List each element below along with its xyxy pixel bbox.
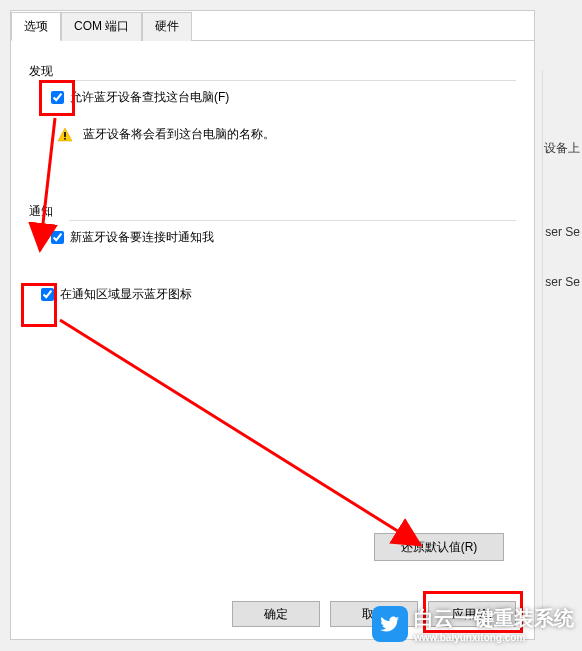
checkbox-show-tray[interactable] <box>41 288 54 301</box>
warning-icon <box>57 127 73 143</box>
label-show-tray: 在通知区域显示蓝牙图标 <box>60 286 192 303</box>
bg-text-1: 设备上 <box>544 140 580 157</box>
group-notification-title: 通知 <box>29 203 516 220</box>
checkbox-notify-connect[interactable] <box>51 231 64 244</box>
watermark-logo-icon <box>372 606 408 642</box>
label-notify-connect: 新蓝牙设备要连接时通知我 <box>70 229 214 246</box>
row-notify-connect: 新蓝牙设备要连接时通知我 <box>51 229 516 246</box>
bluetooth-settings-dialog: 选项 COM 端口 硬件 发现 允许蓝牙设备查找这台电脑(F) 蓝牙设备将会看到… <box>10 10 535 640</box>
bg-text-3: ser Se <box>545 275 580 289</box>
tab-bar: 选项 COM 端口 硬件 <box>11 11 534 41</box>
row-warning: 蓝牙设备将会看到这台电脑的名称。 <box>57 126 516 143</box>
label-allow-find: 允许蓝牙设备查找这台电脑(F) <box>70 89 229 106</box>
watermark-title: 白云一键重装系统 <box>414 607 574 629</box>
watermark-url: www.baiyunxitong.com <box>414 632 574 643</box>
tab-content: 发现 允许蓝牙设备查找这台电脑(F) 蓝牙设备将会看到这台电脑的名称。 通知 新… <box>11 41 534 581</box>
restore-defaults-button[interactable]: 还原默认值(R) <box>374 533 504 561</box>
tab-options[interactable]: 选项 <box>11 12 61 41</box>
bg-text-2: ser Se <box>545 225 580 239</box>
row-show-tray: 在通知区域显示蓝牙图标 <box>41 286 516 303</box>
warning-text: 蓝牙设备将会看到这台电脑的名称。 <box>83 126 275 143</box>
checkbox-allow-find[interactable] <box>51 91 64 104</box>
tab-com-port[interactable]: COM 端口 <box>61 12 142 41</box>
group-discovery-title: 发现 <box>29 63 516 80</box>
svg-rect-1 <box>64 132 66 137</box>
ok-button[interactable]: 确定 <box>232 601 320 627</box>
svg-rect-2 <box>64 138 66 140</box>
row-allow-find: 允许蓝牙设备查找这台电脑(F) <box>51 89 516 106</box>
background-panel: 设备上 ser Se ser Se <box>542 70 582 630</box>
watermark: 白云一键重装系统 www.baiyunxitong.com <box>372 605 574 643</box>
tab-hardware[interactable]: 硬件 <box>142 12 192 41</box>
